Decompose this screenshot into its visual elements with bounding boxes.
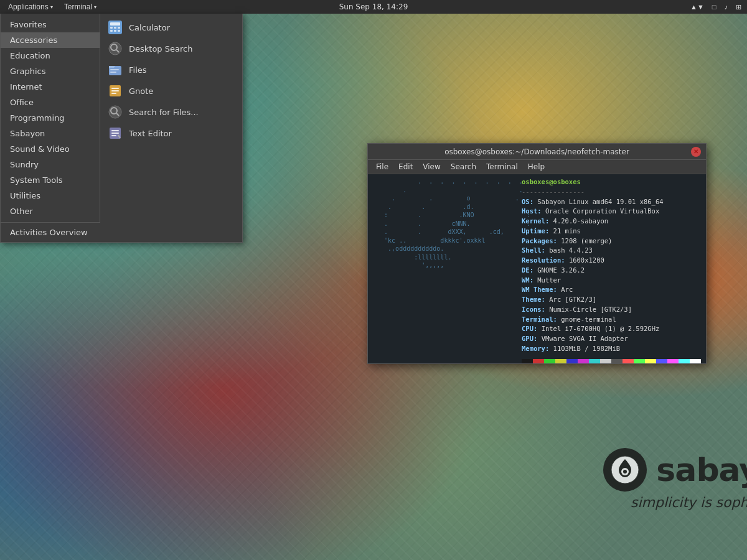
category-sound-video[interactable]: Sound & Video bbox=[1, 141, 100, 157]
sabayon-brand-text: sabay bbox=[656, 451, 747, 488]
terminal-arrow: ▾ bbox=[94, 4, 96, 10]
menu-item-search-files[interactable]: Search for Files... bbox=[100, 101, 242, 123]
category-sabayon[interactable]: Sabayon bbox=[1, 126, 100, 141]
search-files-label: Search for Files... bbox=[129, 108, 199, 117]
category-internet[interactable]: Internet bbox=[1, 79, 100, 95]
desktop-background: sabay simplicity is sophis Applications … bbox=[0, 0, 747, 560]
neofetch-ascii-art: . . . . . . . . . . . . . . . . o . . . … bbox=[373, 177, 519, 363]
neofetch-system-info: osboxes@osboxes ---------------- OS: Sab… bbox=[522, 177, 701, 363]
menu-item-calculator[interactable]: Calculator bbox=[100, 17, 242, 38]
panel-notifications-icon[interactable]: ▲▼ bbox=[688, 2, 707, 12]
category-education[interactable]: Education bbox=[1, 48, 100, 63]
applications-menu-button[interactable]: Applications ▾ bbox=[3, 1, 58, 12]
sabayon-logo-icon bbox=[603, 448, 647, 492]
svg-rect-20 bbox=[111, 90, 119, 91]
terminal-close-button[interactable]: ✕ bbox=[691, 147, 701, 157]
activities-overview-button[interactable]: Activities Overview bbox=[1, 222, 100, 242]
calculator-icon bbox=[108, 20, 123, 35]
terminal-color-swatches bbox=[522, 359, 701, 364]
terminal-menu-file[interactable]: File bbox=[371, 161, 393, 172]
applications-arrow: ▾ bbox=[50, 4, 53, 10]
panel-datetime: Sun Sep 18, 14:29 bbox=[339, 2, 408, 11]
menu-categories-column: Favorites Accessories Education Graphics… bbox=[1, 14, 100, 242]
terminal-menu-help[interactable]: Help bbox=[523, 161, 550, 172]
terminal-body[interactable]: . . . . . . . . . . . . . . . . o . . . … bbox=[368, 174, 706, 363]
category-sundry[interactable]: Sundry bbox=[1, 157, 100, 172]
svg-rect-28 bbox=[111, 135, 116, 136]
terminal-titlebar: osboxes@osboxes:~/Downloads/neofetch-mas… bbox=[368, 144, 706, 160]
desktop-search-label: Desktop Search bbox=[129, 44, 192, 54]
menu-item-desktop-search[interactable]: Desktop Search bbox=[100, 38, 242, 59]
panel-window-icon[interactable]: □ bbox=[710, 2, 719, 12]
gnote-icon bbox=[108, 83, 123, 98]
files-label: Files bbox=[129, 65, 147, 75]
svg-rect-26 bbox=[111, 130, 119, 131]
svg-rect-7 bbox=[118, 27, 120, 29]
svg-rect-6 bbox=[114, 27, 116, 29]
category-other[interactable]: Other bbox=[1, 203, 100, 219]
svg-rect-17 bbox=[110, 72, 116, 73]
gnote-label: Gnote bbox=[129, 86, 153, 96]
svg-rect-27 bbox=[111, 133, 119, 134]
top-panel: Applications ▾ Terminal ▾ Sun Sep 18, 14… bbox=[0, 0, 747, 14]
svg-rect-5 bbox=[110, 27, 113, 29]
files-icon bbox=[108, 62, 123, 77]
text-editor-icon bbox=[108, 126, 123, 141]
applications-label: Applications bbox=[8, 2, 49, 11]
category-system-tools[interactable]: System Tools bbox=[1, 172, 100, 188]
text-editor-label: Text Editor bbox=[129, 129, 172, 138]
terminal-window: osboxes@osboxes:~/Downloads/neofetch-mas… bbox=[367, 143, 707, 364]
applications-menu: Favorites Accessories Education Graphics… bbox=[0, 14, 243, 243]
panel-sound-icon[interactable]: ♪ bbox=[722, 2, 731, 12]
svg-rect-9 bbox=[114, 30, 116, 32]
terminal-menu-view[interactable]: View bbox=[418, 161, 445, 172]
menu-item-files[interactable]: Files bbox=[100, 59, 242, 80]
svg-point-2 bbox=[623, 470, 627, 474]
terminal-menu-edit[interactable]: Edit bbox=[393, 161, 418, 172]
terminal-title: osboxes@osboxes:~/Downloads/neofetch-mas… bbox=[383, 147, 691, 156]
svg-rect-8 bbox=[110, 30, 113, 32]
panel-right: ▲▼ □ ♪ ⊞ bbox=[688, 2, 744, 12]
panel-left: Applications ▾ Terminal ▾ bbox=[3, 1, 101, 12]
desktop-search-icon bbox=[108, 41, 123, 56]
menu-items-list: Calculator Desktop Search bbox=[100, 14, 242, 242]
terminal-menubar: File Edit View Search Terminal Help bbox=[368, 160, 706, 174]
terminal-panel-label: Terminal bbox=[64, 2, 92, 11]
sabayon-logo: sabay simplicity is sophis bbox=[603, 448, 747, 510]
category-graphics[interactable]: Graphics bbox=[1, 63, 100, 79]
panel-system-icon[interactable]: ⊞ bbox=[733, 2, 744, 12]
svg-rect-21 bbox=[111, 93, 116, 94]
terminal-menu-terminal[interactable]: Terminal bbox=[481, 161, 523, 172]
svg-rect-19 bbox=[111, 88, 119, 89]
menu-item-gnote[interactable]: Gnote bbox=[100, 80, 242, 101]
category-office[interactable]: Office bbox=[1, 95, 100, 110]
sabayon-tagline: simplicity is sophis bbox=[631, 495, 747, 510]
svg-rect-10 bbox=[118, 30, 120, 32]
category-favorites[interactable]: Favorites bbox=[1, 17, 100, 32]
menu-item-text-editor[interactable]: Text Editor bbox=[100, 123, 242, 144]
search-files-icon bbox=[108, 105, 123, 119]
category-utilities[interactable]: Utilities bbox=[1, 188, 100, 203]
category-programming[interactable]: Programming bbox=[1, 110, 100, 126]
menu-categories-list: Favorites Accessories Education Graphics… bbox=[1, 14, 100, 222]
svg-rect-16 bbox=[110, 69, 119, 70]
category-accessories[interactable]: Accessories bbox=[1, 32, 100, 48]
svg-rect-4 bbox=[110, 22, 120, 26]
calculator-label: Calculator bbox=[129, 23, 170, 32]
terminal-menu-button[interactable]: Terminal ▾ bbox=[59, 1, 101, 12]
terminal-menu-search[interactable]: Search bbox=[446, 161, 481, 172]
